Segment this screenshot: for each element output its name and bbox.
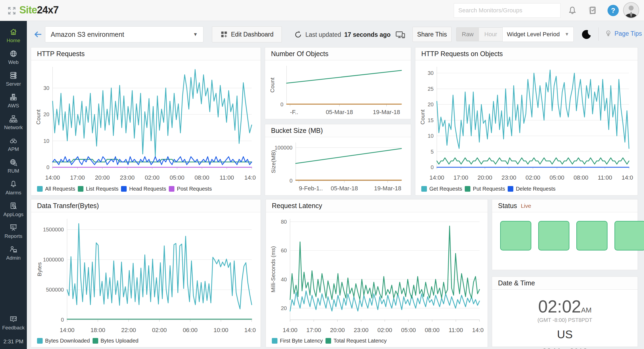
legend-item[interactable]: Post Requests bbox=[169, 186, 212, 192]
sidebar-item-home[interactable]: Home bbox=[0, 25, 27, 46]
svg-text:0: 0 bbox=[61, 317, 64, 323]
legend-label: Put Requests bbox=[473, 186, 505, 192]
share-this-button[interactable]: Share This bbox=[412, 27, 452, 42]
help-icon[interactable]: ? bbox=[608, 5, 619, 16]
svg-text:14:00: 14:00 bbox=[283, 327, 297, 333]
dark-mode-moon-icon[interactable] bbox=[581, 29, 592, 40]
legend-item[interactable]: Put Requests bbox=[465, 186, 505, 192]
sidebar-item-apm[interactable]: APM bbox=[0, 133, 27, 155]
widget-level-period-select[interactable]: Widget Level Period ▼ bbox=[502, 27, 574, 42]
svg-text:25: 25 bbox=[428, 86, 434, 92]
bulb-icon bbox=[604, 30, 612, 38]
legend-item[interactable]: Head Requests bbox=[121, 186, 166, 192]
svg-text:05:00: 05:00 bbox=[401, 327, 416, 333]
svg-text:14:00: 14:00 bbox=[429, 174, 444, 181]
live-badge: Live bbox=[521, 203, 531, 209]
legend-label: Head Requests bbox=[129, 186, 166, 192]
bell-icon[interactable] bbox=[567, 5, 577, 16]
legend-swatch bbox=[421, 186, 427, 192]
http-requests-chart[interactable]: 010203014:0017:0020:0023:0002:0005:0008:… bbox=[33, 62, 256, 184]
svg-text:11:00: 11:00 bbox=[220, 174, 234, 181]
sidebar-clock: 2:31 PM bbox=[3, 334, 23, 349]
status-tile[interactable] bbox=[500, 221, 531, 250]
svg-text:08:00: 08:00 bbox=[195, 174, 209, 181]
legend-item[interactable]: List Requests bbox=[78, 186, 118, 192]
raw-hour-toggle: Raw Hour bbox=[456, 27, 503, 41]
svg-text:Size(MB): Size(MB) bbox=[270, 150, 276, 173]
expand-icon[interactable] bbox=[7, 6, 17, 16]
legend-item[interactable]: First Byte Latency bbox=[272, 338, 323, 344]
chevron-down-icon: ▼ bbox=[565, 32, 569, 37]
svg-text:17:00: 17:00 bbox=[70, 174, 85, 181]
legend-item[interactable]: Get Requests bbox=[421, 186, 462, 192]
svg-text:14:00: 14:00 bbox=[472, 327, 484, 333]
toggle-hour[interactable]: Hour bbox=[479, 28, 503, 41]
sidebar-item-server[interactable]: Server bbox=[0, 68, 27, 90]
svg-text:19-Mar-18: 19-Mar-18 bbox=[374, 185, 401, 192]
widget-bucket-size: Bucket Size (MB) 01000009-Feb-1..05-Mar-… bbox=[265, 124, 411, 195]
top-bar: Site24x7 ? bbox=[0, 0, 644, 21]
page-tips-link[interactable]: Page Tips bbox=[604, 30, 642, 38]
request-latency-chart[interactable]: 2040608014:0017:0020:0023:0002:0005:0008… bbox=[268, 214, 484, 336]
tasks-icon[interactable] bbox=[587, 5, 597, 16]
bucket-size-chart[interactable]: 01000009-Feb-1..05-Mar-1819-Mar-18Size(M… bbox=[267, 139, 407, 195]
widget-request-latency: Request Latency 2040608014:0017:0020:002… bbox=[266, 199, 488, 347]
chart-legend[interactable]: Bytes DownloadedBytes Uploaded bbox=[37, 338, 141, 344]
sidebar-item-network[interactable]: Network bbox=[0, 112, 27, 133]
legend-item[interactable]: Bytes Uploaded bbox=[93, 338, 138, 344]
sidebar-item-alarms[interactable]: Alarms bbox=[0, 177, 27, 199]
status-tile[interactable] bbox=[576, 221, 608, 250]
legend-swatch bbox=[465, 186, 470, 192]
sidebar-item-web[interactable]: Web bbox=[0, 46, 27, 68]
svg-text:9-Feb-1..: 9-Feb-1.. bbox=[299, 185, 323, 192]
toggle-raw[interactable]: Raw bbox=[456, 28, 479, 41]
legend-item[interactable]: Bytes Downloaded bbox=[37, 338, 90, 344]
sidebar-item-admin[interactable]: Admin bbox=[0, 242, 27, 264]
devices-icon[interactable] bbox=[395, 30, 406, 40]
svg-text:Count: Count bbox=[419, 110, 426, 125]
sidebar-item-aws[interactable]: AWS bbox=[0, 90, 27, 112]
widget-title: HTTP Requests on Objects bbox=[415, 48, 638, 60]
svg-text:14:00: 14:00 bbox=[244, 174, 256, 181]
svg-text:11:00: 11:00 bbox=[449, 327, 463, 333]
sidebar-item-applogs[interactable]: AppLogs bbox=[0, 199, 27, 220]
svg-text:-F..: -F.. bbox=[290, 109, 298, 115]
globe-icon bbox=[9, 49, 18, 58]
http-requests-on-objects-chart[interactable]: 05101520253014:0017:0020:0023:0002:0005:… bbox=[418, 62, 633, 184]
svg-text:05:00: 05:00 bbox=[170, 174, 184, 181]
svg-text:30: 30 bbox=[43, 85, 49, 91]
clock-region: US bbox=[492, 328, 638, 341]
legend-item[interactable]: Total Request Latency bbox=[325, 338, 387, 344]
edit-dashboard-button[interactable]: Edit Dashboard bbox=[212, 26, 282, 42]
search-input[interactable] bbox=[454, 3, 561, 18]
legend-item[interactable]: All Requests bbox=[37, 186, 75, 192]
avatar[interactable] bbox=[623, 2, 639, 18]
chart-legend[interactable]: All RequestsList RequestsHead RequestsPo… bbox=[37, 186, 214, 192]
status-tile[interactable] bbox=[538, 221, 569, 250]
chart-legend[interactable]: First Byte LatencyTotal Request Latency bbox=[272, 338, 389, 344]
svg-text:40: 40 bbox=[281, 277, 287, 282]
sidebar-item-rum[interactable]: RUM bbox=[0, 155, 27, 177]
svg-text:10: 10 bbox=[428, 133, 434, 139]
legend-item[interactable]: Delete Requests bbox=[508, 186, 555, 192]
widget-status: Status Live bbox=[492, 199, 638, 270]
sidebar-item-reports[interactable]: Reports bbox=[0, 220, 27, 242]
widget-date-time: Date & Time 02:02AM (GMT -8:00) PST8PDT … bbox=[492, 277, 638, 347]
status-tile[interactable] bbox=[614, 221, 644, 250]
widget-title: Status Live bbox=[492, 199, 638, 212]
site24x7-logo[interactable]: Site24x7 bbox=[19, 4, 58, 16]
data-transfer-chart[interactable]: 05000001000000150000014:0018:0022:0002:0… bbox=[33, 214, 256, 336]
number-of-objects-chart[interactable]: 0-F..05-Mar-1819-Mar-18Count bbox=[267, 62, 407, 118]
sidebar-item-feedback[interactable]: Feedback bbox=[0, 312, 27, 334]
back-arrow-icon[interactable] bbox=[33, 30, 43, 39]
presentation-icon bbox=[9, 223, 18, 232]
svg-text:23:00: 23:00 bbox=[502, 174, 516, 181]
sidebar-nav: Home Web Server AWS Network APM RUM Alar… bbox=[0, 21, 27, 349]
svg-text:1000000: 1000000 bbox=[43, 257, 64, 263]
svg-text:1500000: 1500000 bbox=[43, 227, 64, 232]
dashboard-selector[interactable]: Amazon S3 environment ▼ bbox=[45, 26, 203, 42]
refresh-icon[interactable] bbox=[294, 31, 302, 39]
svg-text:30: 30 bbox=[428, 70, 434, 76]
chart-legend[interactable]: Get RequestsPut RequestsDelete Requests bbox=[421, 186, 558, 192]
svg-text:10: 10 bbox=[43, 138, 49, 144]
